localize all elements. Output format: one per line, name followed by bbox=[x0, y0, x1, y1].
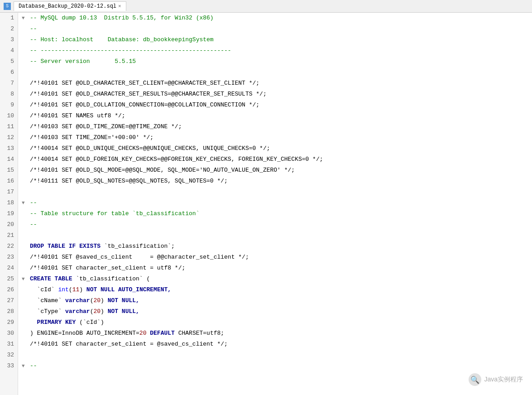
code-content: /*!40103 SET @OLD_TIME_ZONE=@@TIME_ZONE … bbox=[30, 121, 532, 132]
fold-icon[interactable]: ▼ bbox=[22, 13, 29, 24]
code-segment: `cName` bbox=[30, 297, 65, 304]
code-content: /*!40101 SET character_set_client = @sav… bbox=[30, 339, 532, 350]
fold-icon bbox=[22, 56, 29, 67]
fold-icon bbox=[22, 241, 29, 252]
line-number: 23 bbox=[0, 252, 18, 263]
code-line: -- bbox=[22, 219, 532, 230]
code-line: /*!40101 SET character_set_client = @sav… bbox=[22, 339, 532, 350]
code-segment: 20 bbox=[93, 308, 101, 315]
code-content: /*!40014 SET @OLD_UNIQUE_CHECKS=@@UNIQUE… bbox=[30, 143, 532, 154]
code-segment bbox=[30, 319, 37, 326]
code-segment: PRIMARY KEY bbox=[37, 319, 76, 326]
file-icon: S bbox=[4, 3, 11, 10]
code-content: `cName` varchar(20) NOT NULL, bbox=[30, 295, 532, 306]
line-number: 10 bbox=[0, 111, 18, 121]
code-content: -- bbox=[30, 219, 532, 230]
fold-icon bbox=[22, 208, 29, 219]
fold-icon bbox=[22, 252, 29, 263]
code-segment: -- -------------------------------------… bbox=[30, 47, 231, 54]
fold-icon bbox=[22, 154, 29, 165]
code-line: /*!40103 SET @OLD_TIME_ZONE=@@TIME_ZONE … bbox=[22, 121, 532, 132]
code-segment: /*!40101 SET @OLD_COLLATION_CONNECTION=@… bbox=[30, 101, 259, 108]
line-number: 12 bbox=[0, 132, 18, 143]
code-content: -- Table structure for table `tb_classif… bbox=[30, 208, 532, 219]
code-area[interactable]: ▼-- MySQL dump 10.13 Distrib 5.5.15, for… bbox=[18, 13, 532, 395]
code-content: /*!40101 SET character_set_client = utf8… bbox=[30, 263, 532, 274]
fold-icon[interactable]: ▼ bbox=[22, 361, 29, 371]
code-content: DROP TABLE IF EXISTS `tb_classification`… bbox=[30, 241, 532, 252]
line-number: 27 bbox=[0, 295, 18, 306]
code-segment: CHARSET=utf8; bbox=[175, 330, 224, 337]
fold-icon bbox=[22, 176, 29, 187]
fold-icon bbox=[22, 34, 29, 45]
code-content: /*!40101 SET @OLD_COLLATION_CONNECTION=@… bbox=[30, 100, 532, 111]
code-segment: /*!40014 SET @OLD_FOREIGN_KEY_CHECKS=@@F… bbox=[30, 156, 323, 163]
line-number: 30 bbox=[0, 328, 18, 339]
fold-icon bbox=[22, 143, 29, 154]
code-segment: `cId` bbox=[30, 286, 58, 293]
line-number: 26 bbox=[0, 284, 18, 295]
code-line: /*!40101 SET @OLD_CHARACTER_SET_CLIENT=@… bbox=[22, 78, 532, 89]
code-segment: NOT NULL AUTO_INCREMENT, bbox=[86, 286, 171, 293]
code-line: `cName` varchar(20) NOT NULL, bbox=[22, 295, 532, 306]
code-segment: `tb_classification` ( bbox=[72, 275, 150, 282]
fold-icon bbox=[22, 165, 29, 176]
fold-icon bbox=[22, 111, 29, 121]
code-segment: /*!40101 SET character_set_client = @sav… bbox=[30, 341, 228, 347]
code-line: /*!40103 SET TIME_ZONE='+00:00' */; bbox=[22, 132, 532, 143]
fold-icon bbox=[22, 45, 29, 56]
code-segment: /*!40101 SET @OLD_CHARACTER_SET_CLIENT=@… bbox=[30, 80, 259, 87]
fold-icon bbox=[22, 219, 29, 230]
code-segment: DROP TABLE IF EXISTS bbox=[30, 243, 101, 250]
line-number: 22 bbox=[0, 241, 18, 252]
line-number: 20 bbox=[0, 219, 18, 230]
code-line: /*!40101 SET @OLD_CHARACTER_SET_RESULTS=… bbox=[22, 89, 532, 100]
title-bar: S Database_Backup_2020-02-12.sql × bbox=[0, 0, 532, 13]
code-content: -- MySQL dump 10.13 Distrib 5.5.15, for … bbox=[30, 13, 532, 24]
fold-icon bbox=[22, 339, 29, 350]
fold-icon[interactable]: ▼ bbox=[22, 198, 29, 208]
line-number: 24 bbox=[0, 263, 18, 274]
code-line: ) ENGINE=InnoDB AUTO_INCREMENT=20 DEFAUL… bbox=[22, 328, 532, 339]
code-segment: 20 bbox=[139, 330, 147, 337]
fold-icon bbox=[22, 295, 29, 306]
code-line bbox=[22, 187, 532, 198]
code-segment: /*!40101 SET @saved_cs_client = @@charac… bbox=[30, 254, 249, 260]
line-number: 31 bbox=[0, 339, 18, 350]
line-number: 17 bbox=[0, 187, 18, 198]
code-segment: NOT NULL, bbox=[108, 308, 139, 315]
code-line: -- Host: localhost Database: db_bookkeep… bbox=[22, 34, 532, 45]
code-segment: -- bbox=[30, 362, 37, 369]
code-content: `cId` int(11) NOT NULL AUTO_INCREMENT, bbox=[30, 284, 532, 295]
fold-icon bbox=[22, 328, 29, 339]
code-line: DROP TABLE IF EXISTS `tb_classification`… bbox=[22, 241, 532, 252]
code-line: ▼CREATE TABLE `tb_classification` ( bbox=[22, 274, 532, 284]
code-line: `cId` int(11) NOT NULL AUTO_INCREMENT, bbox=[22, 284, 532, 295]
fold-icon bbox=[22, 317, 29, 328]
code-content: PRIMARY KEY (`cId`) bbox=[30, 317, 532, 328]
code-segment: /*!40101 SET character_set_client = utf8… bbox=[30, 265, 185, 271]
code-segment: /*!40014 SET @OLD_UNIQUE_CHECKS=@@UNIQUE… bbox=[30, 145, 270, 152]
line-number: 19 bbox=[0, 208, 18, 219]
fold-icon bbox=[22, 24, 29, 34]
line-number: 18 bbox=[0, 198, 18, 208]
code-line: -- Table structure for table `tb_classif… bbox=[22, 208, 532, 219]
fold-icon bbox=[22, 78, 29, 89]
code-segment: int bbox=[58, 286, 68, 293]
fold-icon bbox=[22, 263, 29, 274]
code-line: /*!40014 SET @OLD_UNIQUE_CHECKS=@@UNIQUE… bbox=[22, 143, 532, 154]
line-number: 3 bbox=[0, 34, 18, 45]
line-number: 28 bbox=[0, 306, 18, 317]
line-number: 9 bbox=[0, 100, 18, 111]
code-line: ▼-- bbox=[22, 198, 532, 208]
code-line: /*!40101 SET character_set_client = utf8… bbox=[22, 263, 532, 274]
line-number: 15 bbox=[0, 165, 18, 176]
code-segment: -- bbox=[30, 199, 37, 206]
tab-close-icon[interactable]: × bbox=[118, 4, 121, 9]
line-number: 7 bbox=[0, 78, 18, 89]
line-number: 11 bbox=[0, 121, 18, 132]
code-line: -- -------------------------------------… bbox=[22, 45, 532, 56]
line-number: 5 bbox=[0, 56, 18, 67]
tab[interactable]: Database_Backup_2020-02-12.sql × bbox=[14, 1, 126, 11]
fold-icon[interactable]: ▼ bbox=[22, 274, 29, 284]
